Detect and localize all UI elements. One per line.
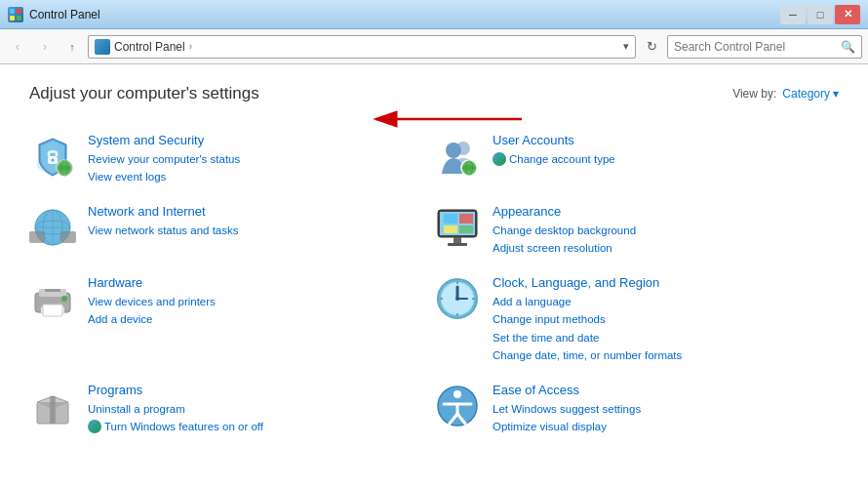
- svg-rect-29: [448, 243, 467, 246]
- let-windows-suggest-link[interactable]: Let Windows suggest settings: [493, 401, 839, 417]
- window-title: Control Panel: [29, 8, 100, 21]
- path-root: Control Panel: [114, 40, 185, 54]
- close-button[interactable]: ✕: [835, 5, 860, 24]
- address-path[interactable]: Control Panel › ▾: [88, 35, 636, 59]
- adjust-screen-resolution-link[interactable]: Adjust screen resolution: [493, 240, 839, 256]
- category-user-accounts: User Accounts Change account type: [434, 123, 839, 194]
- up-button[interactable]: ↑: [60, 35, 84, 59]
- add-language-link[interactable]: Add a language: [493, 294, 839, 309]
- app-icon: [8, 7, 23, 22]
- user-accounts-title[interactable]: User Accounts: [493, 133, 839, 147]
- category-ease-of-access: Ease of Access Let Windows suggest setti…: [434, 373, 839, 444]
- programs-text: Programs Uninstall a program Turn Window…: [88, 383, 434, 434]
- system-security-icon: [29, 133, 76, 180]
- search-box[interactable]: 🔍: [667, 35, 862, 59]
- svg-point-41: [455, 297, 459, 301]
- system-security-links: Review your computer's status View event…: [88, 151, 434, 184]
- category-appearance: Appearance Change desktop background Adj…: [434, 194, 839, 265]
- view-devices-printers-link[interactable]: View devices and printers: [88, 294, 434, 309]
- network-internet-title[interactable]: Network and Internet: [88, 204, 434, 219]
- programs-icon: [29, 383, 76, 429]
- svg-rect-28: [454, 237, 461, 243]
- svg-rect-3: [17, 16, 21, 20]
- view-network-status-link[interactable]: View network status and tasks: [88, 223, 434, 238]
- view-by-value-text: Category: [782, 87, 830, 101]
- svg-rect-20: [29, 231, 45, 243]
- network-internet-text: Network and Internet View network status…: [88, 204, 434, 238]
- clock-language-title[interactable]: Clock, Language, and Region: [493, 275, 839, 290]
- system-security-title[interactable]: System and Security: [88, 133, 434, 147]
- refresh-button[interactable]: ↻: [640, 35, 663, 59]
- hardware-text: Hardware View devices and printers Add a…: [88, 275, 434, 327]
- change-date-formats-link[interactable]: Change date, time, or number formats: [493, 347, 839, 363]
- svg-rect-1: [17, 9, 21, 14]
- view-by-control: View by: Category ▾: [732, 87, 839, 101]
- ease-of-access-text: Ease of Access Let Windows suggest setti…: [493, 383, 839, 434]
- page-header: Adjust your computer's settings View by:…: [29, 84, 839, 103]
- minimize-button[interactable]: ─: [780, 5, 806, 24]
- category-hardware: Hardware View devices and printers Add a…: [29, 265, 434, 372]
- back-button[interactable]: ‹: [6, 35, 29, 59]
- uninstall-program-link[interactable]: Uninstall a program: [88, 401, 434, 417]
- appearance-links: Change desktop background Adjust screen …: [493, 223, 839, 256]
- user-accounts-links: Change account type: [493, 151, 839, 167]
- search-input[interactable]: [674, 40, 841, 54]
- network-internet-icon: [29, 204, 76, 251]
- clock-language-text: Clock, Language, and Region Add a langua…: [493, 275, 839, 362]
- view-by-arrow-icon: ▾: [833, 87, 839, 101]
- view-by-dropdown[interactable]: Category ▾: [782, 87, 839, 101]
- window-controls: ─ □ ✕: [780, 5, 860, 24]
- optimize-visual-display-link[interactable]: Optimize visual display: [493, 419, 839, 434]
- svg-rect-2: [10, 16, 15, 20]
- search-button[interactable]: 🔍: [841, 40, 855, 54]
- review-computer-status-link[interactable]: Review your computer's status: [88, 151, 434, 167]
- maximize-button[interactable]: □: [808, 5, 833, 24]
- path-folder-icon: [95, 39, 110, 55]
- svg-rect-25: [459, 214, 473, 224]
- appearance-title[interactable]: Appearance: [493, 204, 839, 219]
- appearance-icon: [434, 204, 481, 251]
- hardware-title[interactable]: Hardware: [88, 275, 434, 290]
- category-clock-language: Clock, Language, and Region Add a langua…: [434, 265, 839, 372]
- set-time-date-link[interactable]: Set the time and date: [493, 330, 839, 346]
- view-event-logs-link[interactable]: View event logs: [88, 169, 434, 184]
- page-title: Adjust your computer's settings: [29, 84, 259, 103]
- change-input-methods-link[interactable]: Change input methods: [493, 311, 839, 327]
- hardware-links: View devices and printers Add a device: [88, 294, 434, 327]
- address-bar: ‹ › ↑ Control Panel › ▾ ↻ 🔍: [0, 29, 868, 64]
- category-programs: Programs Uninstall a program Turn Window…: [29, 373, 434, 444]
- forward-button[interactable]: ›: [33, 35, 57, 59]
- categories-grid: System and Security Review your computer…: [29, 123, 839, 444]
- clock-language-links: Add a language Change input methods Set …: [493, 294, 839, 362]
- user-accounts-text: User Accounts Change account type: [493, 133, 839, 167]
- path-dropdown-button[interactable]: ▾: [623, 40, 629, 53]
- svg-rect-26: [444, 225, 457, 233]
- ease-of-access-icon: [434, 383, 481, 429]
- turn-windows-features-link[interactable]: Turn Windows features on or off: [88, 419, 434, 434]
- globe-icon-programs: [88, 420, 101, 433]
- hardware-icon: [29, 275, 76, 322]
- main-area: Adjust your computer's settings View by:…: [0, 64, 868, 488]
- clock-language-icon: [434, 275, 481, 322]
- svg-point-12: [446, 142, 461, 158]
- view-by-label: View by:: [732, 87, 776, 101]
- svg-rect-35: [45, 289, 60, 292]
- add-device-link[interactable]: Add a device: [88, 311, 434, 327]
- svg-rect-24: [444, 214, 457, 224]
- svg-rect-33: [43, 305, 62, 316]
- svg-rect-50: [50, 396, 56, 424]
- network-internet-links: View network status and tasks: [88, 223, 434, 238]
- content-area: Adjust your computer's settings View by:…: [0, 64, 868, 488]
- svg-point-52: [454, 390, 461, 398]
- title-bar: Control Panel ─ □ ✕: [0, 0, 868, 29]
- appearance-text: Appearance Change desktop background Adj…: [493, 204, 839, 256]
- path-separator: ›: [189, 41, 192, 52]
- user-accounts-icon: [434, 133, 481, 180]
- ease-of-access-links: Let Windows suggest settings Optimize vi…: [493, 401, 839, 434]
- change-desktop-background-link[interactable]: Change desktop background: [493, 223, 839, 238]
- change-account-type-link[interactable]: Change account type: [493, 151, 839, 167]
- programs-title[interactable]: Programs: [88, 383, 434, 397]
- system-security-text: System and Security Review your computer…: [88, 133, 434, 184]
- title-bar-left: Control Panel: [8, 7, 100, 22]
- ease-of-access-title[interactable]: Ease of Access: [493, 383, 839, 397]
